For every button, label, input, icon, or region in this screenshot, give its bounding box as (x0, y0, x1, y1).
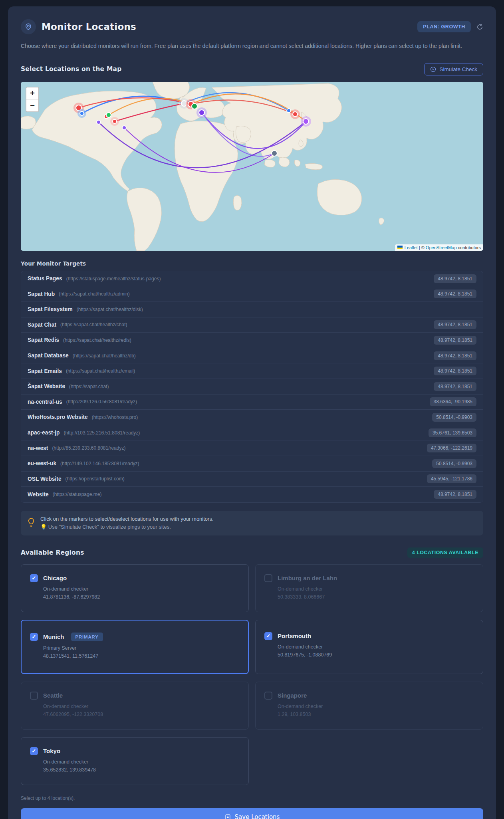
target-row[interactable]: Sapat Chat (https://sapat.chat/healthz/c… (21, 317, 483, 333)
target-row[interactable]: WhoHosts.pro Website (https://whohosts.p… (21, 410, 483, 425)
location-pin-icon (21, 19, 36, 34)
region-name: Munich (43, 633, 64, 640)
location-marker[interactable] (106, 113, 111, 117)
target-url: (https://statuspage.me/healthz/status-pa… (66, 276, 434, 282)
page-background: Monitor Locations PLAN: GROWTH Choose wh… (0, 0, 504, 819)
location-marker[interactable] (192, 103, 197, 109)
save-icon (224, 814, 231, 819)
locations-available-badge: 4 LOCATIONS AVAILABLE (407, 547, 483, 558)
simulate-check-label: Simulate Check (439, 66, 477, 72)
region-type: On-demand checker (43, 759, 240, 765)
target-name: Status Pages (28, 276, 62, 282)
location-marker[interactable] (113, 119, 117, 123)
target-row[interactable]: Sapat Hub (https://sapat.chat/healthz/ad… (21, 286, 483, 302)
refresh-icon[interactable] (476, 24, 483, 30)
target-row[interactable]: Šapat Website (https://sapat.chat) 48.97… (21, 379, 483, 395)
region-type: On-demand checker (278, 586, 474, 592)
tip-line-1: Click on the markers to select/deselect … (40, 515, 214, 523)
save-locations-label: Save Locations (235, 813, 280, 819)
ukraine-flag-icon (397, 246, 403, 249)
region-checkbox[interactable]: ✓ (30, 574, 38, 582)
target-coordinates-badge: 48.9742, 8.1851 (434, 367, 476, 375)
location-marker[interactable] (122, 126, 126, 130)
target-name: Sapat Redis (28, 337, 59, 343)
primary-badge: PRIMARY (71, 633, 103, 641)
target-row[interactable]: Sapat Redis (https://sapat.chat/healthz/… (21, 333, 483, 348)
target-row[interactable]: eu-west-uk (http://149.102.146.185:8081/… (21, 456, 483, 472)
region-card[interactable]: Limburg an der Lahn On-demand checker 50… (255, 564, 483, 612)
location-marker[interactable] (272, 151, 277, 156)
target-name: eu-west-uk (28, 460, 56, 466)
region-card[interactable]: Seattle On-demand checker 47.6062095, -1… (21, 682, 249, 730)
location-marker[interactable] (199, 110, 204, 115)
region-cards-grid: ✓ Chicago On-demand checker 41.8781136, … (21, 564, 483, 785)
region-coordinates: 35.652832, 139.839478 (43, 767, 240, 773)
target-name: Website (28, 492, 49, 498)
region-type: On-demand checker (43, 704, 240, 709)
region-type: Primary Server (43, 645, 240, 651)
target-row[interactable]: apac-east-jp (http://103.125.216.51:8081… (21, 425, 483, 441)
region-checkbox[interactable] (264, 692, 272, 700)
region-card[interactable]: ✓ Munich PRIMARY Primary Server 48.13715… (21, 620, 249, 674)
region-checkbox[interactable]: ✓ (30, 747, 38, 755)
region-type: On-demand checker (278, 704, 474, 709)
target-coordinates-badge: 48.9742, 8.1851 (434, 351, 476, 360)
target-row[interactable]: Sapat Emails (https://sapat.chat/healthz… (21, 363, 483, 379)
target-coordinates-badge: 38.6364, -90.1985 (430, 397, 476, 406)
location-marker[interactable] (287, 109, 291, 113)
target-url: (https://sapat.chat/healthz/admin) (59, 291, 434, 297)
target-url: (https://sapat.chat) (69, 384, 434, 389)
target-coordinates-badge: 48.9742, 8.1851 (434, 320, 476, 329)
target-url: (https://sapat.chat/healthz/db) (73, 353, 434, 359)
region-coordinates: 41.8781136, -87.6297982 (43, 594, 240, 600)
simulate-check-button[interactable]: Simulate Check (424, 63, 483, 75)
target-url: (https://sapat.chat/healthz/redis) (63, 337, 434, 343)
region-card[interactable]: Singapore On-demand checker 1.29, 103.85… (255, 682, 483, 730)
openstreetmap-link[interactable]: OpenStreetMap (426, 245, 457, 250)
target-name: Sapat Chat (28, 322, 56, 328)
region-card[interactable]: ✓ Chicago On-demand checker 41.8781136, … (21, 564, 249, 612)
location-marker[interactable] (80, 111, 84, 115)
target-url: (https://sapat.chat/healthz/email) (66, 368, 434, 374)
target-row[interactable]: na-west (http://85.239.233.60:8081/ready… (21, 440, 483, 456)
region-card[interactable]: ✓ Portsmouth On-demand checker 50.819767… (255, 620, 483, 674)
page-title: Monitor Locations (42, 22, 136, 32)
region-coordinates: 48.1371541, 11.5761247 (43, 653, 240, 659)
location-marker[interactable] (293, 112, 298, 117)
target-coordinates-badge: 50.8514, -0.9903 (432, 413, 476, 422)
target-row[interactable]: OSL Website (https://openstartuplist.com… (21, 472, 483, 487)
target-row[interactable]: Status Pages (https://statuspage.me/heal… (21, 271, 483, 287)
map-zoom-in-button[interactable]: + (26, 87, 38, 99)
target-url: (http://149.102.146.185:8081/readyz) (60, 461, 432, 466)
region-name: Singapore (278, 692, 307, 699)
target-row[interactable]: Sapat Filesystem (https://sapat.chat/hea… (21, 302, 483, 317)
target-name: Šapat Website (28, 383, 65, 389)
region-name: Limburg an der Lahn (278, 575, 337, 581)
location-marker[interactable] (303, 119, 309, 124)
region-type: On-demand checker (278, 644, 474, 650)
target-row[interactable]: Sapat Database (https://sapat.chat/healt… (21, 348, 483, 364)
leaflet-link[interactable]: Leaflet (405, 245, 418, 250)
location-marker[interactable] (97, 120, 101, 124)
region-name: Tokyo (43, 748, 60, 754)
map-zoom-out-button[interactable]: − (26, 99, 38, 111)
region-checkbox[interactable] (264, 574, 272, 582)
region-checkbox[interactable] (30, 692, 38, 700)
target-url: (https://sapat.chat/healthz/disk) (77, 307, 476, 312)
region-checkbox[interactable]: ✓ (30, 633, 38, 641)
target-name: na-central-us (28, 399, 62, 405)
world-map[interactable]: + − Leaflet | © OpenStreetMap contributo… (21, 82, 483, 251)
tip-line-2: 💡 Use "Simulate Check" to visualize ping… (40, 523, 214, 531)
target-row[interactable]: na-central-us (http://209.126.0.56:8081/… (21, 395, 483, 410)
target-url: (http://209.126.0.56:8081/readyz) (66, 399, 430, 405)
target-coordinates-badge: 47.3066, -122.2619 (427, 444, 476, 452)
map-section-title: Select Locations on the Map (21, 65, 122, 73)
save-locations-button[interactable]: Save Locations (21, 808, 483, 819)
target-url: (https://sapat.chat/healthz/chat) (60, 322, 434, 327)
region-card[interactable]: ✓ Tokyo On-demand checker 35.652832, 139… (21, 737, 249, 785)
region-checkbox[interactable]: ✓ (264, 632, 272, 640)
target-name: Sapat Emails (28, 368, 62, 374)
monitor-locations-panel: Monitor Locations PLAN: GROWTH Choose wh… (8, 6, 496, 819)
target-url: (https://openstartuplist.com) (65, 476, 427, 482)
target-row[interactable]: Website (https://statuspage.me) 48.9742,… (21, 487, 483, 502)
